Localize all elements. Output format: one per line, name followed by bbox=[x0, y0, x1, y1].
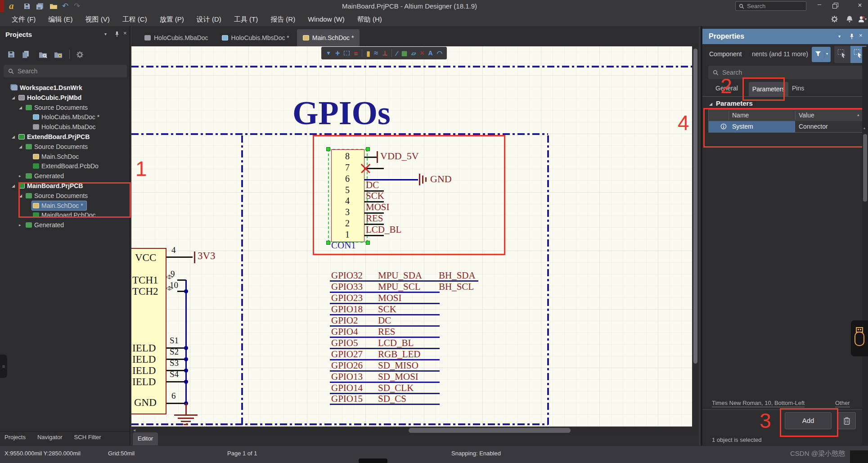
chevron-down-icon[interactable]: ▾ bbox=[824, 52, 828, 58]
tree-item[interactable]: ▸Generated bbox=[0, 171, 130, 181]
part-pin-name[interactable]: IELD bbox=[132, 365, 156, 377]
close-icon[interactable]: × bbox=[123, 30, 127, 36]
scrollbar-thumb[interactable] bbox=[863, 134, 867, 202]
select-area-icon[interactable] bbox=[344, 51, 350, 55]
gpio-net-label[interactable]: GPIO18 bbox=[331, 304, 363, 315]
gpio-function-label[interactable]: SD_CS bbox=[378, 393, 406, 405]
user-dropdown-caret-icon[interactable]: ▾ bbox=[865, 17, 867, 21]
net-label[interactable]: DC bbox=[366, 180, 379, 191]
menu-item[interactable]: 文件 (F) bbox=[5, 13, 42, 26]
panel-tab-sch-filter[interactable]: SCH Filter bbox=[74, 434, 101, 441]
gpio-net-label[interactable]: GPIO26 bbox=[331, 360, 363, 371]
part-pin-number[interactable]: 4 bbox=[171, 245, 176, 255]
pin-wire[interactable] bbox=[364, 157, 377, 158]
gpio-net-label[interactable]: GPIO23 bbox=[331, 292, 363, 304]
usb-flyout[interactable] bbox=[851, 320, 868, 356]
net-label[interactable]: SCK bbox=[366, 190, 384, 202]
tab-editor[interactable]: Editor bbox=[133, 432, 158, 445]
gpio-function-label[interactable]: MPU_SCL bbox=[378, 281, 421, 292]
part-icon[interactable]: ▮ bbox=[366, 50, 370, 57]
tree-expanded-icon[interactable]: ◢ bbox=[12, 95, 18, 100]
scroll-left-arrow-icon[interactable]: ◂ bbox=[133, 427, 135, 432]
menu-item[interactable]: 报告 (R) bbox=[264, 13, 301, 26]
connector-pin-number[interactable]: 6 bbox=[337, 174, 357, 184]
close-button[interactable]: × bbox=[854, 1, 866, 11]
gpio-function-label[interactable]: SD_CLK bbox=[378, 382, 414, 394]
selection-handle[interactable] bbox=[366, 147, 370, 151]
power-port-label[interactable]: VDD_5V bbox=[380, 150, 419, 162]
save-all-button[interactable] bbox=[36, 3, 44, 10]
no-erc-icon[interactable]: × bbox=[420, 49, 424, 57]
minimize-button[interactable]: – bbox=[813, 0, 826, 11]
gpio-net-label[interactable]: GPIO15 bbox=[331, 393, 363, 405]
pin-wire[interactable] bbox=[166, 370, 186, 371]
tree-collapsed-icon[interactable]: ▸ bbox=[19, 174, 25, 178]
part-pin-name[interactable]: TCH1 bbox=[132, 274, 158, 286]
gpio-net-label[interactable]: GPIO33 bbox=[331, 281, 363, 292]
gpio-function-label[interactable]: RGB_LED bbox=[378, 349, 421, 360]
folder-search-icon[interactable] bbox=[39, 51, 48, 58]
doc-tab[interactable]: HoloCubis.MbaDoc bbox=[139, 29, 214, 46]
tree-item[interactable]: HoloCubis.MbaDoc bbox=[0, 122, 130, 132]
align-icon[interactable]: ≡ bbox=[354, 50, 358, 57]
vertical-scrollbar[interactable] bbox=[692, 46, 699, 427]
power-port-bar[interactable] bbox=[377, 151, 378, 163]
ground-label[interactable]: GND bbox=[430, 173, 452, 185]
save-button[interactable] bbox=[23, 3, 31, 10]
pin-wire[interactable] bbox=[177, 279, 186, 281]
menu-item[interactable]: 放置 (P) bbox=[153, 13, 190, 26]
gpio-alt-label[interactable]: BH_SDA bbox=[439, 270, 476, 281]
tree-item[interactable]: Workspace1.DsnWrk bbox=[0, 83, 130, 93]
tree-collapsed-icon[interactable]: ▸ bbox=[19, 223, 25, 227]
connector-pin-number[interactable]: 4 bbox=[337, 196, 357, 206]
open-button[interactable] bbox=[49, 3, 58, 9]
tree-item[interactable]: ◢ExtendBoard.PrjPCB bbox=[0, 132, 130, 142]
grid-icon[interactable]: ▦ bbox=[401, 50, 407, 56]
panel-tab-projects[interactable]: Projects bbox=[4, 434, 26, 441]
panel-tab-navigator[interactable]: Navigator bbox=[37, 434, 63, 441]
power-port-bar[interactable] bbox=[194, 252, 195, 263]
menu-item[interactable]: 工程 (C) bbox=[116, 13, 153, 26]
net-label-icon[interactable]: ▱ bbox=[411, 50, 416, 56]
tree-item[interactable]: ◢Source Documents bbox=[0, 103, 130, 112]
left-component-body[interactable] bbox=[131, 248, 166, 414]
gpio-function-label[interactable]: DC bbox=[378, 315, 391, 326]
tree-item[interactable]: ◢HoloCubic.PrjMbd bbox=[0, 93, 130, 103]
tree-expanded-icon[interactable]: ◢ bbox=[12, 184, 18, 188]
font-summary-link[interactable]: Times New Roman, 10, Bottom-Left bbox=[712, 400, 805, 407]
connector-pin-number[interactable]: 7 bbox=[337, 162, 357, 173]
save-icon[interactable] bbox=[7, 50, 15, 58]
menu-item[interactable]: 编辑 (E) bbox=[42, 13, 79, 26]
settings-gear-icon[interactable] bbox=[831, 15, 838, 23]
redo-button[interactable]: ↷ bbox=[74, 1, 80, 11]
filter-button[interactable]: ▾ bbox=[812, 47, 831, 62]
part-pin-name[interactable]: TCH2 bbox=[132, 286, 158, 297]
panel-flyout-handle[interactable]: ≡ bbox=[0, 355, 7, 378]
horizontal-scrollbar[interactable]: ◂ bbox=[131, 427, 699, 434]
tree-item[interactable]: HoloCubis.MbsDoc * bbox=[0, 112, 130, 122]
menu-item[interactable]: Window (W) bbox=[301, 13, 351, 26]
scrollbar-thumb[interactable] bbox=[693, 49, 697, 364]
gpio-function-label[interactable]: SD_MISO bbox=[378, 360, 418, 371]
part-pin-number[interactable]: S1 bbox=[170, 336, 179, 346]
tree-expanded-icon[interactable]: ◢ bbox=[19, 144, 25, 149]
folder-settings-icon[interactable] bbox=[54, 51, 63, 58]
no-erc-marker[interactable] bbox=[360, 162, 372, 175]
pin-wire[interactable] bbox=[166, 381, 186, 382]
gear-icon[interactable] bbox=[76, 51, 84, 58]
connector-pin-number[interactable]: 8 bbox=[337, 151, 357, 162]
gpio-net-label[interactable]: GPIO27 bbox=[331, 349, 363, 360]
ground-stem[interactable] bbox=[185, 403, 187, 414]
menu-item[interactable]: 工具 (T) bbox=[228, 13, 264, 26]
scroll-up-arrow-icon[interactable]: ▴ bbox=[864, 126, 865, 130]
selection-handle[interactable] bbox=[366, 241, 370, 245]
other-link[interactable]: Other bbox=[835, 400, 850, 407]
connector-pin-number[interactable]: 2 bbox=[337, 218, 357, 229]
schematic-canvas[interactable]: GPIOs ▼+≡▮≈⊥∕▦▱×A◠ VDD_5V GND CON1 3V3 8… bbox=[131, 46, 699, 427]
chevron-down-icon[interactable]: ▾ bbox=[104, 31, 107, 36]
part-pin-number[interactable]: 6 bbox=[171, 391, 176, 401]
selection-handle[interactable] bbox=[326, 241, 330, 245]
move-icon[interactable]: + bbox=[335, 49, 340, 57]
scope-filter-label[interactable]: nents (and 11 more) bbox=[752, 50, 808, 58]
scrollbar-thumb[interactable] bbox=[409, 428, 571, 433]
